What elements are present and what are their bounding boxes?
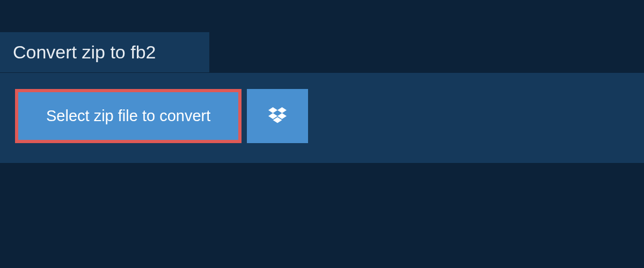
tab-header: Convert zip to fb2 <box>0 32 209 72</box>
select-file-button[interactable]: Select zip file to convert <box>18 92 238 140</box>
button-row: Select zip file to convert <box>15 89 644 143</box>
content-panel: Select zip file to convert <box>0 73 644 163</box>
dropbox-button[interactable] <box>247 89 308 143</box>
select-button-highlight: Select zip file to convert <box>15 89 241 143</box>
dropbox-icon <box>268 107 287 125</box>
tab-title: Convert zip to fb2 <box>13 42 192 63</box>
